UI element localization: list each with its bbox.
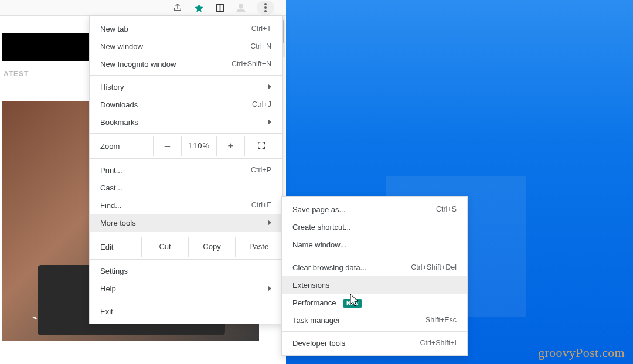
menu-item-shortcut: Ctrl+T [251, 25, 271, 33]
menu-history[interactable]: History [90, 78, 282, 96]
mouse-cursor-icon [350, 294, 360, 307]
profile-icon[interactable] [236, 2, 246, 13]
menu-separator [90, 133, 282, 134]
performance-text: Performance [292, 298, 336, 307]
browser-toolbar [0, 0, 286, 16]
menu-item-label: New window [100, 42, 250, 51]
menu-item-shortcut: Ctrl+Shift+Del [411, 263, 457, 271]
menu-item-label: New tab [100, 25, 251, 33]
paste-button[interactable]: Paste [235, 237, 282, 257]
menu-item-label: Save page as... [292, 205, 436, 214]
chevron-right-icon [268, 220, 271, 226]
menu-item-shortcut: Shift+Esc [426, 316, 457, 324]
menu-new-incognito[interactable]: New Incognito window Ctrl+Shift+N [90, 55, 282, 73]
zoom-out-button[interactable]: – [154, 136, 182, 156]
menu-item-label: Find... [100, 201, 251, 210]
cut-button[interactable]: Cut [141, 237, 188, 257]
menu-bookmarks[interactable]: Bookmarks [90, 113, 282, 131]
submenu-save-page[interactable]: Save page as... Ctrl+S [282, 200, 467, 218]
chevron-right-icon [268, 84, 271, 90]
menu-item-label: Name window... [292, 240, 457, 249]
menu-item-label: Exit [100, 307, 271, 316]
submenu-name-window[interactable]: Name window... [282, 236, 467, 253]
menu-item-label: Task manager [292, 316, 426, 325]
svg-point-4 [264, 6, 267, 9]
menu-item-label: Bookmarks [100, 118, 268, 127]
menu-settings[interactable]: Settings [90, 262, 282, 280]
reading-list-icon[interactable] [215, 2, 225, 13]
chevron-right-icon [268, 285, 271, 291]
menu-new-window[interactable]: New window Ctrl+N [90, 38, 282, 55]
submenu-create-shortcut[interactable]: Create shortcut... [282, 218, 467, 236]
menu-separator [282, 256, 467, 256]
menu-exit[interactable]: Exit [90, 302, 282, 320]
menu-item-label: Create shortcut... [292, 223, 457, 232]
zoom-value: 110% [182, 136, 217, 156]
menu-zoom-row: Zoom – 110% + [90, 136, 282, 156]
menu-separator [90, 234, 282, 234]
hero-text-fragment: ` [32, 312, 39, 335]
menu-item-shortcut: Ctrl+P [251, 166, 271, 174]
menu-item-shortcut: Ctrl+J [252, 100, 271, 108]
menu-item-shortcut: Ctrl+S [436, 205, 457, 213]
more-tools-submenu: Save page as... Ctrl+S Create shortcut..… [281, 196, 468, 356]
menu-item-label: Performance New [292, 298, 457, 307]
menu-item-label: History [100, 83, 268, 91]
menu-item-label: Print... [100, 166, 251, 175]
svg-point-2 [239, 4, 243, 8]
menu-new-tab[interactable]: New tab Ctrl+T [90, 20, 282, 38]
menu-print[interactable]: Print... Ctrl+P [90, 161, 282, 179]
menu-item-shortcut: Ctrl+Shift+I [420, 339, 457, 347]
menu-item-label: Downloads [100, 100, 252, 109]
menu-item-shortcut: Ctrl+N [250, 42, 271, 50]
fullscreen-button[interactable] [245, 141, 278, 151]
submenu-task-manager[interactable]: Task manager Shift+Esc [282, 311, 467, 329]
menu-find[interactable]: Find... Ctrl+F [90, 196, 282, 214]
menu-downloads[interactable]: Downloads Ctrl+J [90, 96, 282, 113]
zoom-label: Zoom [100, 142, 153, 151]
share-icon[interactable] [172, 2, 183, 13]
svg-point-5 [264, 10, 267, 12]
watermark-text: groovyPost.com [538, 345, 625, 360]
menu-edit-row: Edit Cut Copy Paste [90, 237, 282, 257]
menu-help[interactable]: Help [90, 280, 282, 297]
menu-item-shortcut: Ctrl+Shift+N [232, 60, 271, 68]
menu-item-label: More tools [100, 219, 268, 227]
menu-item-label: Cast... [100, 183, 271, 192]
submenu-dev-tools[interactable]: Developer tools Ctrl+Shift+I [282, 334, 467, 352]
menu-separator [282, 331, 467, 332]
menu-item-label: Clear browsing data... [292, 263, 411, 272]
submenu-extensions[interactable]: Extensions [282, 276, 467, 294]
edit-label: Edit [100, 243, 141, 251]
star-icon[interactable] [193, 2, 204, 13]
chevron-right-icon [268, 119, 271, 125]
menu-more-tools[interactable]: More tools [90, 214, 282, 232]
menu-item-label: Extensions [292, 281, 457, 290]
menu-item-label: Help [100, 284, 268, 293]
svg-point-3 [264, 3, 267, 5]
submenu-clear-data[interactable]: Clear browsing data... Ctrl+Shift+Del [282, 258, 467, 276]
copy-button[interactable]: Copy [188, 237, 235, 257]
page-subtab[interactable]: ATEST [0, 61, 50, 87]
menu-cast[interactable]: Cast... [90, 179, 282, 196]
menu-item-label: New Incognito window [100, 60, 232, 69]
menu-item-label: Developer tools [292, 339, 420, 348]
menu-item-shortcut: Ctrl+F [251, 201, 271, 209]
menu-separator [90, 300, 282, 300]
submenu-performance[interactable]: Performance New [282, 294, 467, 311]
menu-separator [90, 75, 282, 76]
menu-separator [90, 158, 282, 159]
menu-item-label: Settings [100, 267, 271, 275]
menu-icon[interactable] [257, 1, 274, 15]
zoom-in-button[interactable]: + [217, 136, 245, 156]
menu-separator [90, 259, 282, 260]
chrome-main-menu: New tab Ctrl+T New window Ctrl+N New Inc… [89, 16, 283, 324]
